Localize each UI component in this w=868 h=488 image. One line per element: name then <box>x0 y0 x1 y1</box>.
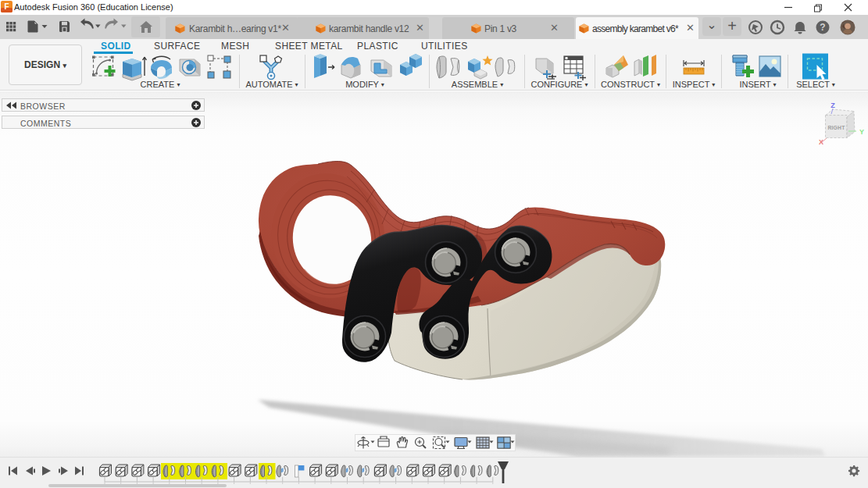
svg-text:F: F <box>4 2 9 11</box>
svg-text:X: X <box>819 138 823 146</box>
svg-text:?: ? <box>820 22 825 33</box>
svg-text:Y: Y <box>859 128 864 136</box>
svg-text:Z: Z <box>830 102 835 109</box>
svg-text:RIGHT: RIGHT <box>827 125 845 130</box>
